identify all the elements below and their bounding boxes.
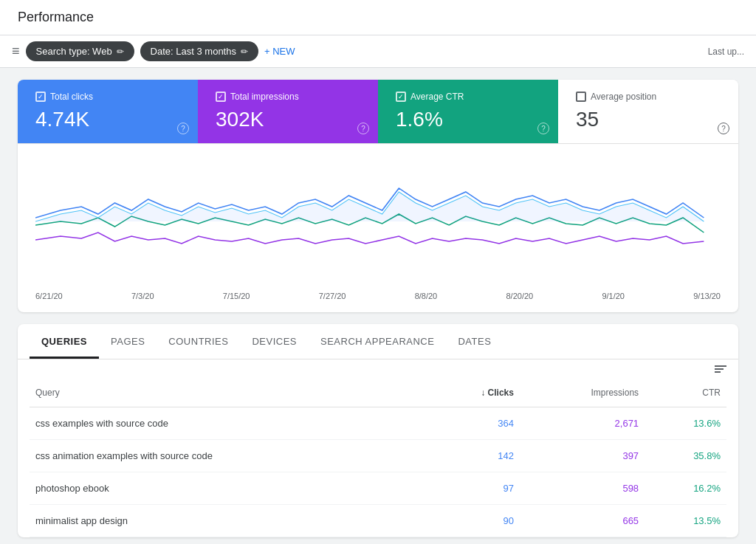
header-filter-bar: ≡ Search type: Web ✏ Date: Last 3 months… (0, 35, 756, 68)
pencil-icon: ✏ (117, 47, 124, 57)
ctr-checkbox[interactable] (396, 92, 406, 102)
impressions-checkbox[interactable] (216, 92, 226, 102)
query-cell: photoshop ebook (30, 472, 426, 505)
tabs-row: QUERIES PAGES COUNTRIES DEVICES SEARCH A… (18, 324, 738, 359)
date-filter[interactable]: Date: Last 3 months ✏ (140, 41, 258, 61)
query-cell: css examples with source code (30, 407, 426, 440)
clicks-value: 4.74K (35, 108, 180, 131)
col-header-ctr[interactable]: CTR (645, 379, 726, 407)
performance-card: Total clicks 4.74K ? Total impressions 3… (18, 80, 738, 312)
main-content: Total clicks 4.74K ? Total impressions 3… (0, 68, 756, 544)
date-label: Date: Last 3 months (151, 46, 236, 57)
search-type-label: Search type: Web (36, 46, 112, 57)
filter-icon-row (18, 359, 738, 379)
tab-dates[interactable]: DATES (446, 324, 503, 359)
ctr-help-icon[interactable]: ? (537, 123, 549, 134)
ctr-cell: 13.6% (645, 407, 726, 440)
pencil-icon-date: ✏ (241, 47, 248, 57)
title-bar: Performance (0, 0, 756, 35)
metric-average-position[interactable]: Average position 35 ? (558, 80, 738, 143)
data-table-container: Query ↓ Clicks Impressions CTR (18, 379, 738, 537)
table-row: photoshop ebook 97 598 16.2% (30, 472, 726, 505)
date-label-0: 6/21/20 (35, 292, 63, 300)
tab-queries[interactable]: QUERIES (30, 324, 99, 359)
impressions-cell: 397 (520, 440, 645, 472)
ctr-cell: 13.5% (645, 505, 726, 537)
tab-pages[interactable]: PAGES (99, 324, 157, 359)
page-title: Performance (18, 10, 94, 25)
clicks-help-icon[interactable]: ? (177, 123, 189, 134)
tab-search-appearance[interactable]: SEARCH APPEARANCE (309, 324, 446, 359)
table-row: minimalist app design 90 665 13.5% (30, 505, 726, 537)
metric-average-ctr[interactable]: Average CTR 1.6% ? (378, 80, 558, 143)
ctr-cell: 16.2% (645, 472, 726, 505)
new-button[interactable]: + NEW (264, 46, 295, 57)
filter-rows-icon[interactable] (715, 365, 726, 373)
metric-impressions-label: Total impressions (216, 92, 360, 102)
date-label-5: 8/20/20 (506, 292, 533, 300)
new-button-label: + NEW (264, 46, 295, 57)
last-updated-text: Last up... (708, 47, 744, 57)
tabs-section: QUERIES PAGES COUNTRIES DEVICES SEARCH A… (18, 324, 738, 537)
metric-total-impressions[interactable]: Total impressions 302K ? (198, 80, 378, 143)
clicks-cell: 90 (426, 505, 520, 537)
sort-arrow-icon: ↓ (481, 388, 487, 398)
ctr-value: 1.6% (396, 108, 540, 131)
impressions-cell: 665 (520, 505, 645, 537)
query-cell: css animation examples with source code (30, 440, 426, 472)
position-checkbox[interactable] (576, 92, 586, 102)
table-header-row: Query ↓ Clicks Impressions CTR (30, 379, 726, 407)
impressions-cell: 598 (520, 472, 645, 505)
metric-clicks-label: Total clicks (35, 92, 180, 102)
tab-countries[interactable]: COUNTRIES (157, 324, 240, 359)
clicks-checkbox[interactable] (35, 92, 46, 102)
clicks-cell: 364 (426, 407, 520, 440)
metrics-row: Total clicks 4.74K ? Total impressions 3… (18, 80, 738, 144)
ctr-cell: 35.8% (645, 440, 726, 472)
impressions-cell: 2,671 (520, 407, 645, 440)
col-header-clicks[interactable]: ↓ Clicks (426, 379, 520, 407)
queries-table: Query ↓ Clicks Impressions CTR (30, 379, 726, 537)
tab-devices[interactable]: DEVICES (240, 324, 309, 359)
performance-chart (35, 159, 721, 277)
impressions-help-icon[interactable]: ? (357, 123, 369, 134)
position-help-icon[interactable]: ? (718, 123, 729, 134)
clicks-cell: 142 (426, 440, 520, 472)
metric-ctr-label: Average CTR (396, 92, 540, 102)
table-body: css examples with source code 364 2,671 … (30, 407, 726, 537)
date-label-2: 7/15/20 (223, 292, 250, 300)
impressions-value: 302K (216, 108, 360, 131)
date-label-1: 7/3/20 (131, 292, 154, 300)
date-label-4: 8/8/20 (415, 292, 438, 300)
date-label-6: 9/1/20 (602, 292, 625, 300)
position-value: 35 (576, 108, 721, 131)
query-cell: minimalist app design (30, 505, 426, 537)
clicks-cell: 97 (426, 472, 520, 505)
search-type-filter[interactable]: Search type: Web ✏ (26, 41, 134, 61)
table-row: css examples with source code 364 2,671 … (30, 407, 726, 440)
chart-area (18, 144, 738, 292)
metric-position-label: Average position (576, 92, 721, 102)
table-row: css animation examples with source code … (30, 440, 726, 472)
col-header-impressions[interactable]: Impressions (520, 379, 645, 407)
date-label-7: 9/13/20 (693, 292, 721, 300)
date-label-3: 7/27/20 (319, 292, 346, 300)
metric-total-clicks[interactable]: Total clicks 4.74K ? (18, 80, 198, 143)
chart-dates: 6/21/20 7/3/20 7/15/20 7/27/20 8/8/20 8/… (18, 292, 738, 312)
hamburger-icon[interactable]: ≡ (12, 44, 20, 59)
col-header-query: Query (30, 379, 426, 407)
